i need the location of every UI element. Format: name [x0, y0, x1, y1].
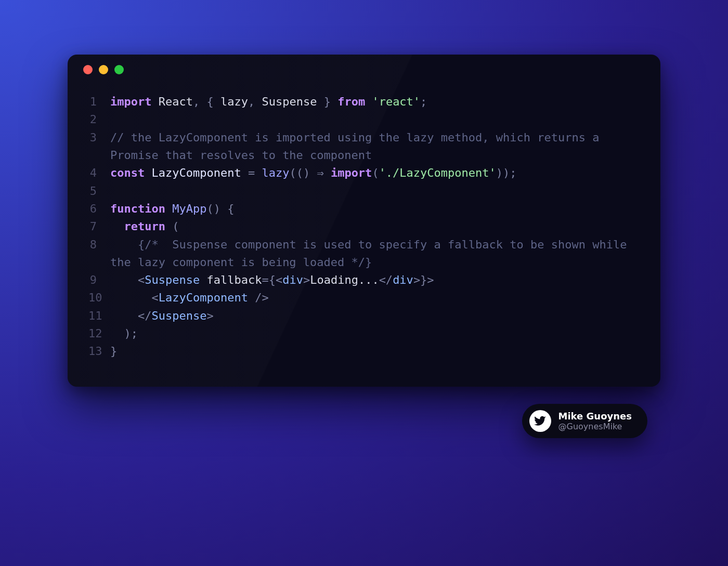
author-handle: @GuoynesMike	[558, 422, 632, 431]
line-number: 3	[88, 129, 110, 165]
code-line: 8 {/* Suspense component is used to spec…	[88, 236, 640, 272]
code-editor-window: 1import React, { lazy, Suspense } from '…	[68, 55, 660, 387]
code-line: 7 return (	[88, 218, 640, 235]
line-content: import React, { lazy, Suspense } from 'r…	[110, 93, 640, 111]
line-number: 4	[88, 164, 110, 182]
code-line: 13}	[88, 343, 640, 360]
line-content	[110, 111, 640, 128]
author-badge[interactable]: Mike Guoynes @GuoynesMike	[522, 404, 647, 438]
code-line: 12 );	[88, 325, 640, 343]
line-content: </Suspense>	[110, 307, 640, 325]
line-number: 5	[88, 182, 110, 200]
code-line: 6function MyApp() {	[88, 200, 640, 218]
line-number: 10	[88, 289, 110, 307]
line-content: <LazyComponent />	[110, 289, 640, 307]
line-content: const LazyComponent = lazy(() ⇒ import('…	[110, 164, 640, 182]
line-number: 11	[88, 307, 110, 325]
window-close-dot[interactable]	[83, 65, 93, 74]
author-name: Mike Guoynes	[558, 411, 632, 422]
window-zoom-dot[interactable]	[114, 65, 124, 74]
line-content: <Suspense fallback={<div>Loading...</div…	[110, 271, 640, 289]
code-line: 4const LazyComponent = lazy(() ⇒ import(…	[88, 164, 640, 182]
code-line: 2	[88, 111, 640, 128]
line-content: return (	[110, 218, 640, 235]
line-content: {/* Suspense component is used to specif…	[110, 236, 640, 272]
window-titlebar	[68, 55, 660, 85]
line-number: 1	[88, 93, 110, 111]
line-number: 6	[88, 200, 110, 218]
line-number: 7	[88, 218, 110, 235]
code-line: 11 </Suspense>	[88, 307, 640, 325]
line-number: 13	[88, 343, 110, 360]
line-content: // the LazyComponent is imported using t…	[110, 129, 640, 165]
code-line: 1import React, { lazy, Suspense } from '…	[88, 93, 640, 111]
line-content	[110, 182, 640, 200]
line-number: 12	[88, 325, 110, 343]
code-line: 3// the LazyComponent is imported using …	[88, 129, 640, 165]
line-number: 2	[88, 111, 110, 128]
line-number: 8	[88, 236, 110, 272]
code-line: 9 <Suspense fallback={<div>Loading...</d…	[88, 271, 640, 289]
line-content: function MyApp() {	[110, 200, 640, 218]
code-block: 1import React, { lazy, Suspense } from '…	[68, 85, 660, 387]
window-minimize-dot[interactable]	[99, 65, 108, 74]
line-content: );	[110, 325, 640, 343]
line-content: }	[110, 343, 640, 360]
line-number: 9	[88, 271, 110, 289]
code-line: 10 <LazyComponent />	[88, 289, 640, 307]
twitter-icon	[529, 410, 551, 432]
code-line: 5	[88, 182, 640, 200]
